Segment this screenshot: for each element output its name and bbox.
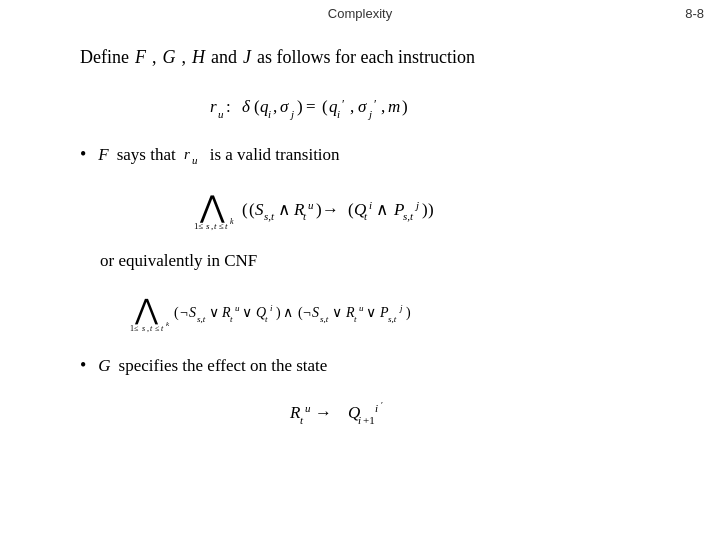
bullet-g-line: • G specifies the effect on the state	[80, 355, 660, 376]
svg-text:j: j	[367, 108, 372, 120]
svg-text:u: u	[192, 154, 198, 165]
bullet-f-var: F	[98, 145, 108, 165]
svg-text:→: →	[315, 403, 332, 422]
svg-text:⋀: ⋀	[134, 294, 159, 325]
bullet-f-line: • F says that r u is a valid transition	[80, 144, 660, 165]
formula-r-u: r u : δ ( q i , σ j ) = ( q i ′ , σ j	[80, 86, 660, 128]
svg-text:S: S	[189, 305, 196, 320]
svg-text:′: ′	[374, 97, 377, 111]
var-h: H	[192, 47, 205, 68]
svg-text:S: S	[255, 200, 264, 219]
svg-text:σ: σ	[358, 97, 367, 116]
svg-text:t: t	[300, 414, 304, 426]
svg-text:): )	[402, 97, 408, 116]
define-line: Define F, G, H and J as follows for each…	[80, 47, 660, 68]
bullet-f-text1: says that	[117, 145, 176, 165]
svg-text:(: (	[174, 305, 179, 321]
svg-text:j: j	[399, 303, 403, 313]
svg-text:¬: ¬	[180, 305, 188, 320]
svg-text:∨: ∨	[242, 305, 252, 320]
svg-text:,: ,	[381, 97, 385, 116]
svg-text:): )	[406, 305, 411, 321]
svg-text:s,t: s,t	[197, 314, 206, 324]
bullet-dot-2: •	[80, 355, 86, 376]
svg-text:≤: ≤	[219, 221, 224, 231]
svg-text:u: u	[308, 199, 314, 211]
svg-text:i: i	[268, 108, 271, 120]
page-title: Complexity	[328, 6, 392, 21]
svg-text:,: ,	[273, 97, 277, 116]
svg-text:j: j	[289, 108, 294, 120]
svg-text:i: i	[358, 414, 361, 426]
svg-text:u: u	[305, 402, 311, 414]
var-g: G	[162, 47, 175, 68]
svg-text:≤: ≤	[155, 324, 160, 333]
svg-text:∧: ∧	[278, 200, 290, 219]
svg-text:u: u	[218, 108, 224, 120]
svg-text:δ: δ	[242, 97, 251, 116]
svg-text:): )	[422, 200, 428, 219]
svg-text:s,t: s,t	[388, 314, 397, 324]
svg-text:,: ,	[350, 97, 354, 116]
svg-text:t: t	[303, 210, 307, 222]
svg-text:t: t	[225, 221, 228, 231]
svg-text:): )	[276, 305, 281, 321]
bullet-dot-1: •	[80, 144, 86, 165]
svg-text:(: (	[322, 97, 328, 116]
svg-text:s,t: s,t	[403, 210, 414, 222]
svg-text:(: (	[242, 200, 248, 219]
svg-text:k: k	[230, 217, 234, 226]
var-f: F	[135, 47, 146, 68]
svg-text:∨: ∨	[366, 305, 376, 320]
var-j: J	[243, 47, 251, 68]
svg-text:t: t	[161, 324, 164, 333]
svg-text:=: =	[306, 97, 316, 116]
svg-text:∧: ∧	[376, 200, 388, 219]
main-content: Define F, G, H and J as follows for each…	[0, 27, 720, 472]
svg-text:s: s	[142, 324, 145, 333]
svg-text:→: →	[322, 200, 339, 219]
svg-text:r: r	[210, 97, 217, 116]
svg-text:⋀: ⋀	[199, 190, 225, 223]
comma2: ,	[181, 47, 186, 68]
svg-text:s,t: s,t	[320, 314, 329, 324]
svg-text:1≤: 1≤	[130, 324, 139, 333]
svg-text:j: j	[414, 199, 419, 211]
svg-text:m: m	[388, 97, 400, 116]
page-header: Complexity 8-8	[0, 0, 720, 27]
svg-text:k: k	[166, 320, 170, 328]
svg-text:¬: ¬	[303, 305, 311, 320]
svg-text:+1: +1	[363, 414, 375, 426]
svg-text:1≤: 1≤	[194, 221, 204, 231]
svg-text:,: ,	[147, 324, 149, 333]
comma1: ,	[152, 47, 157, 68]
svg-text:∨: ∨	[332, 305, 342, 320]
svg-text:i: i	[270, 303, 273, 313]
svg-text:,: ,	[211, 221, 213, 231]
svg-text:s,t: s,t	[264, 210, 275, 222]
svg-text:s: s	[206, 221, 210, 231]
svg-text:i: i	[337, 108, 340, 120]
svg-text:t: t	[150, 324, 153, 333]
formula-cnf: ⋀ 1≤ s , t ≤ t k ( ¬ S s,t ∨ R t u ∨ Q t…	[80, 281, 660, 339]
formula-g-effect: R t u → Q i +1 i ′	[80, 390, 660, 436]
svg-text:r: r	[184, 146, 190, 162]
svg-text:t: t	[364, 210, 368, 222]
r-u-inline: r u	[184, 145, 202, 165]
bullet-g-text: specifies the effect on the state	[119, 356, 328, 376]
svg-text:u: u	[359, 303, 364, 313]
svg-text:t: t	[354, 314, 357, 324]
svg-text:i: i	[369, 199, 372, 211]
svg-text:′: ′	[381, 400, 383, 410]
svg-text:): )	[428, 200, 434, 219]
svg-text:i: i	[375, 402, 378, 414]
svg-text:σ: σ	[280, 97, 289, 116]
bullet-g-var: G	[98, 356, 110, 376]
svg-text:∧: ∧	[283, 305, 293, 320]
svg-text:′: ′	[342, 97, 345, 111]
svg-text:): )	[316, 200, 322, 219]
or-equiv-text: or equivalently in CNF	[100, 251, 660, 271]
define-label: Define	[80, 47, 129, 68]
svg-text:): )	[297, 97, 303, 116]
page-number: 8-8	[685, 6, 704, 21]
